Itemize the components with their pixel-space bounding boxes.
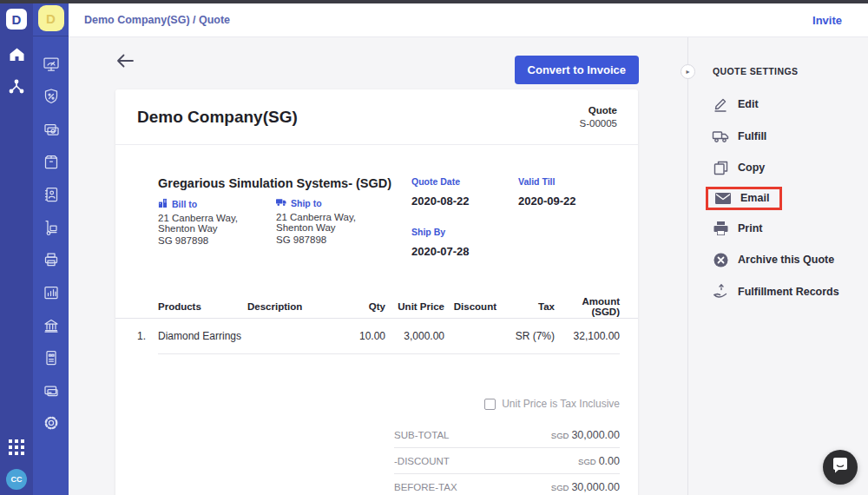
- settings-item-fulfillment-records[interactable]: Fulfillment Records: [688, 276, 868, 308]
- document-details: Gregarious Simulation Systems- (SGD) Bil…: [115, 145, 638, 258]
- package-icon[interactable]: [33, 146, 69, 179]
- ship-to-address-line1: 21 Canberra Way, Shenton Way: [276, 212, 389, 233]
- convert-to-invoice-button[interactable]: Convert to Invoice: [515, 56, 639, 84]
- customer-name: Gregarious Simulation Systems- (SGD): [158, 176, 411, 190]
- valid-till-block: Valid Till 2020-09-22: [518, 176, 620, 208]
- bill-to-block: Bill to 21 Canberra Way, Shenton Way SG …: [158, 198, 276, 246]
- row-unit-price: 3,000.00: [385, 330, 444, 342]
- quote-date-label: Quote Date: [411, 176, 518, 187]
- settings-item-label: Copy: [738, 162, 765, 174]
- settings-item-email[interactable]: Email: [688, 184, 868, 213]
- deskera-logo[interactable]: D: [6, 9, 27, 30]
- settings-item-print[interactable]: Print: [688, 213, 868, 245]
- discount-row: -DISCOUNT SGD0.00: [394, 448, 620, 474]
- trolley-icon[interactable]: [33, 211, 69, 244]
- discount-currency: SGD: [578, 457, 596, 466]
- bill-to-address-line1: 21 Canberra Way, Shenton Way: [158, 213, 271, 234]
- table-row: 1. Diamond Earrings 10.00 3,000.00 SR (7…: [115, 319, 638, 353]
- report-chart-icon[interactable]: [33, 276, 69, 309]
- quote-settings-panel: ▸ QUOTE SETTINGS Edit Fulfill Copy: [687, 37, 868, 495]
- archive-circle-x-icon: [711, 252, 730, 268]
- quote-document-card: Demo Company(SG) Quote S-00005 Gregariou…: [115, 89, 638, 495]
- settings-item-label: Fulfillment Records: [738, 286, 839, 298]
- settings-item-fulfill[interactable]: Fulfill: [688, 121, 868, 153]
- envelope-icon: [713, 192, 733, 205]
- col-qty: Qty: [332, 301, 385, 312]
- invite-link[interactable]: Invite: [812, 14, 842, 27]
- dashboard-icon[interactable]: [33, 48, 69, 81]
- subtotal-currency: SGD: [551, 431, 569, 440]
- settings-item-edit[interactable]: Edit: [688, 89, 868, 121]
- settings-item-label: Print: [738, 222, 762, 234]
- ship-to-address-line2: SG 987898: [276, 234, 389, 245]
- row-tax: SR (7%): [496, 330, 555, 342]
- bank-icon[interactable]: [33, 309, 69, 342]
- printer-tray-icon[interactable]: [33, 244, 69, 277]
- totals-section: Unit Price is Tax Inclusive SUB-TOTAL SG…: [394, 398, 620, 495]
- col-amount: Amount (SGD): [555, 296, 620, 317]
- document-header: Demo Company(SG) Quote S-00005: [115, 89, 638, 145]
- breadcrumb[interactable]: Demo Company(SG) / Quote: [84, 14, 230, 26]
- home-icon[interactable]: [0, 39, 33, 69]
- workspace-letter: D: [46, 11, 56, 26]
- ship-by-label: Ship By: [411, 227, 518, 237]
- row-amount: 32,100.00: [555, 330, 620, 342]
- tax-inclusive-checkbox[interactable]: [484, 399, 496, 410]
- chat-launcher[interactable]: [823, 450, 858, 485]
- settings-gear-icon[interactable]: [33, 407, 69, 440]
- money-cards-icon[interactable]: [33, 113, 69, 146]
- ship-to-label: Ship to: [291, 198, 322, 208]
- tax-inclusive-label: Unit Price is Tax Inclusive: [502, 398, 620, 410]
- network-icon[interactable]: [0, 72, 33, 102]
- logo-letter: D: [12, 12, 22, 27]
- ship-to-block: Ship to 21 Canberra Way, Shenton Way SG …: [276, 198, 406, 246]
- document-icon[interactable]: [33, 341, 69, 374]
- settings-item-copy[interactable]: Copy: [688, 152, 868, 184]
- settings-item-label: Fulfill: [738, 130, 766, 142]
- line-items-table: Products Description Qty Unit Price Disc…: [115, 294, 638, 354]
- pencil-icon: [711, 96, 730, 113]
- col-description: Description: [247, 301, 332, 312]
- subtotal-value: 30,000.00: [571, 429, 620, 441]
- back-arrow-icon[interactable]: [115, 53, 135, 72]
- ship-by-block: Ship By 2020-07-28: [411, 227, 518, 258]
- primary-sidebar: D CC: [0, 0, 33, 495]
- main-content: Convert to Invoice Demo Company(SG) Quot…: [69, 37, 868, 495]
- panel-collapse-toggle[interactable]: ▸: [681, 64, 695, 79]
- row-qty: 10.00: [332, 330, 385, 342]
- bill-to-label: Bill to: [172, 199, 197, 209]
- settings-item-label: Archive this Quote: [738, 254, 834, 266]
- credit-cards-icon[interactable]: [33, 374, 69, 407]
- company-name: Demo Company(SG): [137, 108, 298, 127]
- doc-type-label: Quote: [580, 104, 617, 117]
- user-avatar[interactable]: CC: [6, 469, 27, 490]
- before-tax-row: BEFORE-TAX SGD30,000.00: [394, 474, 620, 495]
- truck-icon: [711, 129, 730, 144]
- valid-till-label: Valid Till: [518, 176, 620, 187]
- bill-to-address-line2: SG 987898: [158, 235, 271, 246]
- module-sidebar: D: [33, 0, 69, 495]
- user-initials: CC: [11, 475, 23, 484]
- before-tax-label: BEFORE-TAX: [394, 482, 457, 492]
- panel-title: QUOTE SETTINGS: [713, 66, 868, 76]
- apps-grid-icon[interactable]: [0, 432, 33, 462]
- printer-icon: [711, 221, 730, 236]
- building-icon: [158, 198, 168, 209]
- contacts-icon[interactable]: [33, 178, 69, 211]
- before-tax-value: 30,000.00: [571, 481, 620, 493]
- settings-item-label: Edit: [738, 98, 759, 110]
- valid-till-value: 2020-09-22: [518, 195, 620, 208]
- subtotal-label: SUB-TOTAL: [394, 430, 449, 440]
- col-tax: Tax: [496, 301, 555, 312]
- col-unit-price: Unit Price: [385, 301, 444, 312]
- col-products: Products: [158, 301, 247, 312]
- workspace-avatar[interactable]: D: [38, 5, 64, 31]
- row-product: Diamond Earrings: [158, 330, 247, 342]
- shield-percent-icon[interactable]: [33, 81, 69, 114]
- chevron-right-icon: ▸: [686, 68, 689, 76]
- quote-date-value: 2020-08-22: [411, 195, 518, 208]
- col-discount: Discount: [444, 301, 496, 312]
- settings-item-archive[interactable]: Archive this Quote: [688, 244, 868, 276]
- row-index: 1.: [137, 330, 158, 342]
- settings-item-label: Email: [740, 192, 769, 204]
